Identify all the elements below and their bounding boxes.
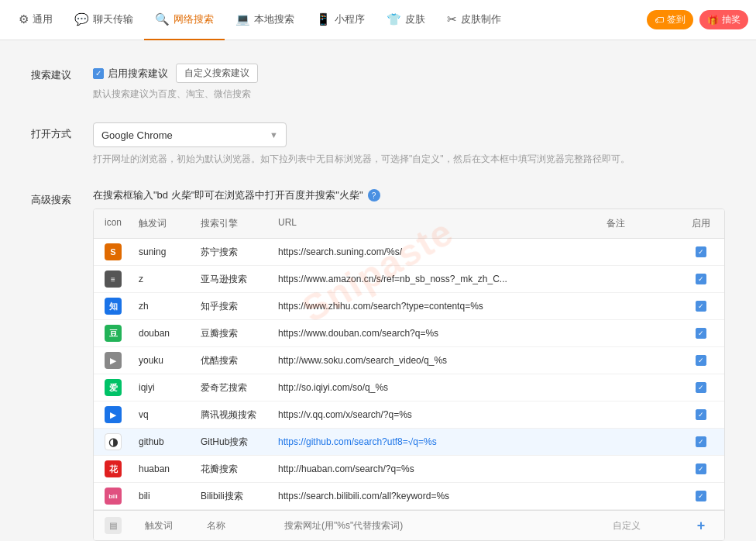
- miniapp-icon: 📱: [316, 12, 331, 26]
- tab-skinmake[interactable]: ✂ 皮肤制作: [436, 0, 512, 40]
- td-trigger: huaban: [132, 459, 194, 479]
- td-icon: ≡: [94, 266, 132, 292]
- browser-dropdown[interactable]: Google Chrome ▼: [93, 122, 287, 147]
- huaban-icon: 花: [105, 460, 122, 477]
- td-enable[interactable]: ✓: [678, 269, 724, 289]
- skinmake-icon: ✂: [447, 12, 457, 26]
- advanced-search-body: 在搜索框输入"bd 火柴"即可在浏览器中打开百度并搜索"火柴" ? icon 触…: [93, 188, 725, 541]
- td-engine: 腾讯视频搜索: [194, 404, 272, 426]
- td-url: https://www.douban.com/search?q=%s: [272, 323, 600, 343]
- enable-checkbox[interactable]: ✓: [696, 463, 706, 474]
- td-note: [600, 356, 678, 365]
- trigger-input[interactable]: [139, 515, 188, 536]
- enable-suggest-checkbox[interactable]: ✓ 启用搜索建议: [93, 67, 168, 81]
- td-enable[interactable]: ✓: [678, 377, 724, 398]
- enable-checkbox[interactable]: ✓: [696, 246, 706, 257]
- custom-suggest-button[interactable]: 自定义搜索建议: [176, 64, 258, 83]
- enable-checkbox[interactable]: ✓: [696, 274, 706, 284]
- td-enable[interactable]: ✓: [678, 350, 724, 370]
- signin-button[interactable]: 🏷 签到: [647, 10, 693, 29]
- td-icon: 豆: [94, 320, 132, 346]
- td-icon: S: [94, 239, 132, 265]
- name-input[interactable]: [201, 515, 266, 536]
- top-nav: ⚙ 通用 💬 聊天传输 🔍 网络搜索 💻 本地搜索 📱 小程序 👕 皮肤 ✂ 皮…: [0, 0, 756, 40]
- tab-skin[interactable]: 👕 皮肤: [376, 0, 436, 40]
- enable-checkbox[interactable]: ✓: [696, 355, 706, 366]
- td-trigger: zh: [132, 296, 194, 316]
- add-row: ▤ 自定义 +: [94, 510, 724, 540]
- tab-websearch-label: 网络搜索: [174, 12, 214, 26]
- td-engine: 优酷搜索: [194, 350, 272, 372]
- enable-checkbox[interactable]: ✓: [696, 491, 706, 501]
- td-enable[interactable]: ✓: [678, 432, 724, 452]
- table-row: ◑ github GitHub搜索 https://github.com/sea…: [94, 429, 724, 456]
- th-trigger: 触发词: [132, 214, 194, 233]
- add-button[interactable]: +: [678, 513, 724, 539]
- plus-icon[interactable]: +: [697, 518, 706, 534]
- search-suggest-body: ✓ 启用搜索建议 自定义搜索建议 默认搜索建议为百度、淘宝、微信搜索: [93, 64, 725, 101]
- td-add-icon: ▤: [94, 512, 132, 539]
- help-icon[interactable]: ?: [368, 189, 380, 202]
- td-url: https://v.qq.com/x/search/?q=%s: [272, 405, 600, 425]
- gift-button[interactable]: 🎁 抽奖: [699, 10, 748, 29]
- td-add-custom: 自定义: [600, 515, 678, 537]
- td-url: http://so.iqiyi.com/so/q_%s: [272, 377, 600, 398]
- td-add-name[interactable]: [194, 511, 272, 540]
- td-note: [600, 274, 678, 284]
- td-trigger: youku: [132, 350, 194, 370]
- table-row: ≡ z 亚马逊搜索 https://www.amazon.cn/s/ref=nb…: [94, 266, 724, 293]
- table-row: 爱 iqiyi 爱奇艺搜索 http://so.iqiyi.com/so/q_%…: [94, 374, 724, 401]
- td-enable[interactable]: ✓: [678, 323, 724, 343]
- url-input[interactable]: [278, 515, 594, 536]
- td-enable[interactable]: ✓: [678, 486, 724, 506]
- td-engine: 亚马逊搜索: [194, 268, 272, 291]
- table-row: 花 huaban 花瓣搜索 http://huaban.com/search/?…: [94, 456, 724, 483]
- td-url: https://search.bilibili.com/all?keyword=…: [272, 486, 600, 506]
- tab-miniapp[interactable]: 📱 小程序: [305, 0, 376, 40]
- table-row: S suning 苏宁搜索 https://search.suning.com/…: [94, 239, 724, 266]
- tab-chat[interactable]: 💬 聊天传输: [64, 0, 144, 40]
- tab-localsearch[interactable]: 💻 本地搜索: [225, 0, 305, 40]
- tab-general-label: 通用: [33, 12, 53, 26]
- td-engine: 苏宁搜索: [194, 241, 272, 264]
- enable-checkbox[interactable]: ✓: [696, 328, 706, 339]
- advanced-desc: 在搜索框输入"bd 火柴"即可在浏览器中打开百度并搜索"火柴" ?: [93, 188, 725, 202]
- custom-label: 自定义: [607, 515, 647, 536]
- tab-general[interactable]: ⚙ 通用: [8, 0, 64, 40]
- td-trigger: z: [132, 269, 194, 289]
- td-enable[interactable]: ✓: [678, 405, 724, 425]
- iqiyi-icon: 爱: [105, 379, 122, 396]
- td-note: [600, 437, 678, 446]
- search-table: icon 触发词 搜索引擎 URL 备注 启用 S suning 苏宁搜索 ht…: [93, 208, 725, 541]
- enable-checkbox[interactable]: ✓: [696, 409, 706, 420]
- table-row: bili bili Bilibili搜索 https://search.bili…: [94, 483, 724, 510]
- tab-skin-label: 皮肤: [405, 12, 425, 26]
- tab-localsearch-label: 本地搜索: [254, 12, 294, 26]
- th-note: 备注: [600, 214, 678, 233]
- td-icon: ▶: [94, 347, 132, 374]
- enable-checkbox[interactable]: ✓: [696, 436, 706, 447]
- zhihu-icon: 知: [105, 298, 122, 315]
- search-suggest-hint: 默认搜索建议为百度、淘宝、微信搜索: [93, 88, 725, 101]
- td-note: [600, 302, 678, 311]
- td-trigger: douban: [132, 323, 194, 343]
- youku-icon: ▶: [105, 352, 122, 369]
- td-enable[interactable]: ✓: [678, 242, 724, 262]
- gift-icon: 🎁: [707, 15, 719, 26]
- td-icon: ▶: [94, 401, 132, 428]
- td-note: [600, 383, 678, 392]
- td-enable[interactable]: ✓: [678, 296, 724, 316]
- td-trigger: github: [132, 432, 194, 452]
- enable-checkbox[interactable]: ✓: [696, 301, 706, 312]
- tab-websearch[interactable]: 🔍 网络搜索: [144, 0, 225, 40]
- bilibili-icon: bili: [105, 488, 122, 505]
- td-trigger: bili: [132, 486, 194, 506]
- td-add-trigger[interactable]: [132, 511, 194, 540]
- enable-checkbox[interactable]: ✓: [696, 382, 706, 393]
- th-engine: 搜索引擎: [194, 214, 272, 233]
- td-enable[interactable]: ✓: [678, 459, 724, 479]
- amazon-icon: ≡: [105, 270, 122, 288]
- td-add-url[interactable]: [272, 511, 600, 540]
- td-url: https://github.com/search?utf8=√q=%s: [272, 432, 600, 452]
- websearch-icon: 🔍: [155, 12, 170, 26]
